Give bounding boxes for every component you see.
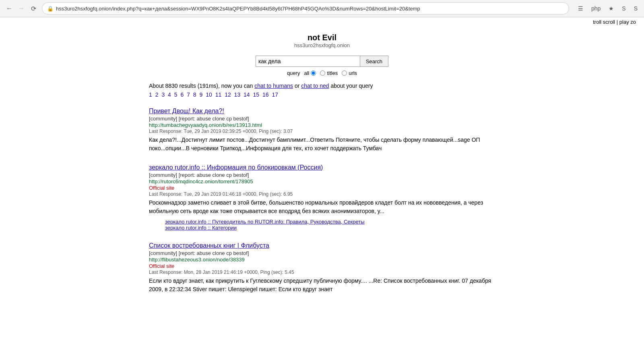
all-label: all	[304, 70, 309, 76]
link-separator: |	[617, 19, 618, 25]
page-link-13[interactable]: 13	[234, 91, 241, 98]
reload-button[interactable]: ⟳	[28, 3, 39, 14]
result-item: Список востребованных книг | Флибуста[co…	[149, 242, 495, 294]
all-radio-label[interactable]: all	[304, 70, 316, 76]
result-snippet: Если кто вдруг знает, как прикрутить к Г…	[149, 277, 495, 294]
page-content: not Evil hss3uro2hsxfogfq.onion Search q…	[141, 25, 503, 321]
search-section: Search query all titles urls	[149, 56, 495, 76]
page-link-7[interactable]: 7	[187, 91, 190, 98]
search-options: query all titles urls	[149, 70, 495, 76]
play-zo-link[interactable]: play zo	[619, 19, 636, 25]
page-link-3[interactable]: 3	[161, 91, 165, 98]
page-link-1[interactable]: 1	[149, 91, 152, 98]
page-link-5[interactable]: 5	[174, 91, 178, 98]
sub-result-link[interactable]: зеркало rutor.info :: Категории	[165, 225, 237, 231]
page-link-11[interactable]: 11	[215, 91, 222, 98]
page-link-6[interactable]: 6	[180, 91, 184, 98]
result-url: http://flibustahezeous3.onion/node/38339	[149, 257, 495, 263]
address-bar-container: 🔒	[42, 2, 569, 14]
summary-prefix: About 8830 results (191ms), now you can	[149, 83, 254, 89]
page-link-14[interactable]: 14	[244, 91, 250, 98]
result-meta: Last Response: Tue, 29 Jan 2019 01:46:18…	[149, 191, 495, 197]
page-link-8[interactable]: 8	[193, 91, 196, 98]
profile-button[interactable]: S	[619, 4, 628, 12]
query-label: query	[287, 70, 300, 76]
page-link-16[interactable]: 16	[262, 91, 269, 98]
result-meta: Last Response: Tue, 29 Jan 2019 02:39:25…	[149, 128, 495, 134]
browser-actions: ☰ php ★ S S	[576, 4, 640, 12]
page-link-17[interactable]: 17	[272, 91, 278, 98]
result-item: Привет Двощ! Как дела?![community] [repo…	[149, 108, 495, 153]
urls-radio[interactable]	[342, 70, 347, 76]
result-snippet: Как дела?!...Достигнут лимит постов...До…	[149, 136, 495, 153]
bookmark-button[interactable]: ★	[606, 4, 616, 12]
result-meta: Last Response: Mon, 28 Jan 2019 21:46:19…	[149, 269, 495, 275]
nav-buttons: ← → ⟳	[4, 3, 39, 14]
urls-radio-label[interactable]: urls	[342, 70, 357, 76]
search-form: Search	[256, 56, 388, 67]
titles-radio[interactable]	[320, 70, 325, 76]
result-actions: [community] [report: abuse clone cp best…	[149, 250, 495, 256]
summary-or: or	[293, 83, 301, 89]
chat-humans-link[interactable]: chat to humans	[254, 83, 293, 89]
page-link-9[interactable]: 9	[200, 91, 203, 98]
address-bar[interactable]	[56, 6, 564, 12]
urls-label: urls	[349, 70, 357, 76]
results-summary: About 8830 results (191ms), now you can …	[149, 83, 495, 89]
page-link-10[interactable]: 10	[206, 91, 212, 98]
result-title-link[interactable]: Привет Двощ! Как дела?!	[149, 108, 224, 114]
result-item: зеркало rutor.info :: Информация по блок…	[149, 164, 495, 231]
summary-suffix: about your query	[329, 83, 373, 89]
browser-chrome: ← → ⟳ 🔒 ☰ php ★ S S	[0, 0, 644, 17]
result-title: зеркало rutor.info :: Информация по блок…	[149, 164, 495, 171]
pagination: 1 2 3 4 5 6 7 8 9 10 11 12 13 14 15 16 1…	[149, 91, 495, 98]
sub-result-link[interactable]: зеркало rutor.info :: Путеводитель по RU…	[165, 219, 365, 225]
result-url: http://tumbachegvyaadyq.onion/b/res/1391…	[149, 122, 495, 128]
back-button[interactable]: ←	[4, 3, 14, 14]
official-site-badge: Official site	[149, 263, 495, 269]
result-actions: [community] [report: abuse clone cp best…	[149, 172, 495, 178]
result-title-link[interactable]: Список востребованных книг | Флибуста	[149, 242, 269, 249]
titles-radio-label[interactable]: titles	[320, 70, 338, 76]
result-snippet: Роскомнадзор заметно сливает в этой битв…	[149, 199, 495, 215]
sync-button[interactable]: S	[632, 4, 640, 12]
page-link-12[interactable]: 12	[225, 91, 231, 98]
security-icon: 🔒	[47, 6, 54, 12]
result-title-link[interactable]: зеркало rutor.info :: Информация по блок…	[149, 164, 323, 171]
site-header: not Evil hss3uro2hsxfogfq.onion	[149, 33, 495, 48]
result-url: http://rutorc6mqdinc4cz.onion/torrent/17…	[149, 178, 495, 184]
sub-result: зеркало rutor.info :: Категории	[165, 225, 495, 231]
sub-results: зеркало rutor.info :: Путеводитель по RU…	[165, 219, 495, 231]
result-title: Список востребованных книг | Флибуста	[149, 242, 495, 249]
top-links-bar: troll scroll | play zo	[0, 17, 644, 25]
site-subtitle: hss3uro2hsxfogfq.onion	[149, 42, 495, 48]
site-title: not Evil	[149, 33, 495, 42]
official-site-badge: Official site	[149, 185, 495, 191]
results-container: Привет Двощ! Как дела?![community] [repo…	[149, 108, 495, 294]
search-button[interactable]: Search	[360, 56, 388, 67]
sub-result: зеркало rutor.info :: Путеводитель по RU…	[165, 219, 495, 225]
page-link-2[interactable]: 2	[155, 91, 159, 98]
forward-button[interactable]: →	[16, 3, 27, 14]
result-title: Привет Двощ! Как дела?!	[149, 108, 495, 115]
all-radio[interactable]	[311, 70, 316, 76]
extensions-button[interactable]: ☰	[576, 4, 586, 12]
search-input[interactable]	[256, 56, 360, 67]
result-actions: [community] [report: abuse clone cp best…	[149, 116, 495, 122]
titles-label: titles	[327, 70, 338, 76]
page-link-15[interactable]: 15	[253, 91, 260, 98]
php-button[interactable]: php	[589, 4, 603, 12]
troll-scroll-link[interactable]: troll scroll	[593, 19, 615, 25]
chat-ned-link[interactable]: chat to ned	[301, 83, 329, 89]
page-link-4[interactable]: 4	[168, 91, 171, 98]
